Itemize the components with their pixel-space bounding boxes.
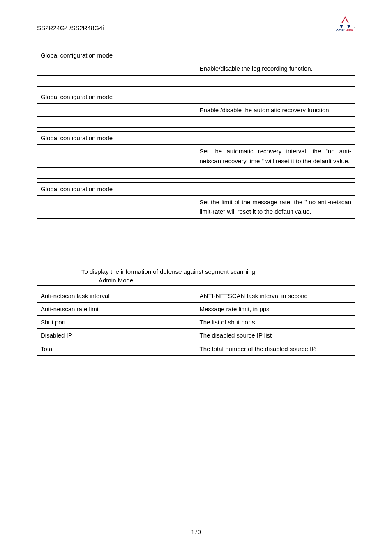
table-2: Global configuration mode Enable /disabl… [37, 86, 355, 117]
table-row: Global configuration mode [37, 132, 355, 145]
cell: Disabled IP [37, 329, 196, 342]
svg-marker-0 [342, 17, 348, 23]
cell: ANTI-NETSCAN task interval in second [196, 289, 355, 302]
table-row: Global configuration mode [37, 90, 355, 103]
table-row [37, 45, 355, 49]
table-row: Set the automatic recovery interval; the… [37, 145, 355, 168]
logo-suffix-text: .com [346, 28, 353, 31]
table-row: Set the limit of the message rate, the "… [37, 196, 355, 219]
table-row: Disabled IP The disabled source IP list [37, 329, 355, 342]
cell: Anti-netscan task interval [37, 289, 196, 302]
cell: Message rate limit, in pps [196, 302, 355, 315]
brand-logo: Amer .com ™ [335, 16, 355, 31]
cell: Anti-netscan rate limit [37, 302, 196, 315]
info-block: To display the information of defense ag… [37, 268, 355, 284]
cell: Set the limit of the message rate, the "… [196, 196, 355, 219]
cell [37, 178, 196, 182]
svg-marker-2 [347, 25, 351, 28]
cell [37, 145, 196, 168]
table-row: Anti-netscan rate limit Message rate lim… [37, 302, 355, 315]
info-line-2: Admin Mode [37, 277, 355, 284]
cell [196, 49, 355, 62]
table-3: Global configuration mode Set the automa… [37, 127, 355, 168]
table-4: Global configuration mode Set the limit … [37, 178, 355, 219]
cell [196, 90, 355, 103]
table-5: Anti-netscan task interval ANTI-NETSCAN … [37, 285, 355, 356]
cell: Global configuration mode [37, 90, 196, 103]
cell: Enable/disable the log recording functio… [196, 62, 355, 75]
table-row [37, 178, 355, 182]
cell [37, 285, 196, 289]
cell: Global configuration mode [37, 182, 196, 195]
info-line-1: To display the information of defense ag… [37, 268, 355, 275]
cell [37, 86, 196, 90]
svg-marker-1 [339, 25, 344, 28]
header-divider [37, 34, 355, 34]
cell [196, 285, 355, 289]
cell [37, 196, 196, 219]
cell: Total [37, 342, 196, 355]
model-text: SS2R24G4i/SS2R48G4i [37, 24, 104, 31]
table-row: Anti-netscan task interval ANTI-NETSCAN … [37, 289, 355, 302]
cell [37, 103, 196, 116]
table-row: Global configuration mode [37, 49, 355, 62]
table-row [37, 285, 355, 289]
table-row [37, 128, 355, 132]
cell [37, 45, 196, 49]
cell: Global configuration mode [37, 132, 196, 145]
cell: Set the automatic recovery interval; the… [196, 145, 355, 168]
logo-tm: ™ [354, 27, 355, 29]
cell: Shut port [37, 316, 196, 329]
cell: Enable /disable the automatic recovery f… [196, 103, 355, 116]
table-row: Total The total number of the disabled s… [37, 342, 355, 355]
cell [37, 128, 196, 132]
table-row: Global configuration mode [37, 182, 355, 195]
table-row: Enable /disable the automatic recovery f… [37, 103, 355, 116]
cell [196, 86, 355, 90]
page-number: 170 [0, 529, 392, 535]
cell [196, 45, 355, 49]
table-row: Shut port The list of shut ports [37, 316, 355, 329]
table-1: Global configuration mode Enable/disable… [37, 45, 355, 76]
cell: The disabled source IP list [196, 329, 355, 342]
cell: The list of shut ports [196, 316, 355, 329]
cell: The total number of the disabled source … [196, 342, 355, 355]
cell [196, 178, 355, 182]
cell [196, 128, 355, 132]
cell [196, 182, 355, 195]
logo-brand-text: Amer [336, 28, 344, 31]
page-header: SS2R24G4i/SS2R48G4i Amer .com ™ [37, 16, 355, 34]
cell [37, 62, 196, 75]
cell [196, 132, 355, 145]
cell: Global configuration mode [37, 49, 196, 62]
table-row [37, 86, 355, 90]
table-row: Enable/disable the log recording functio… [37, 62, 355, 75]
